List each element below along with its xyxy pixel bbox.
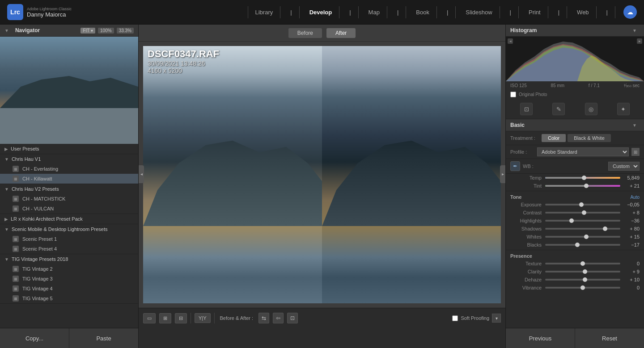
dehaze-track[interactable] — [545, 279, 620, 281]
vibrance-thumb[interactable] — [580, 285, 585, 290]
preset-item[interactable]: ▦TIG Vintage 5 — [0, 293, 138, 303]
frame-btn[interactable]: ⊡ — [287, 313, 298, 323]
whites-thumb[interactable] — [584, 235, 589, 239]
shadows-track[interactable] — [545, 228, 620, 230]
whites-track[interactable] — [545, 236, 620, 238]
highlights-track[interactable] — [545, 220, 620, 222]
nav-develop[interactable]: Develop — [302, 6, 340, 18]
exposure-track[interactable] — [545, 204, 620, 205]
temp-thumb[interactable] — [582, 176, 586, 180]
blacks-label: Blacks — [510, 242, 542, 247]
tone-auto-btn[interactable]: Auto — [630, 195, 640, 200]
preset-group-header[interactable]: ▼Chris Hau V1 — [0, 154, 138, 164]
size-33-btn[interactable]: 33.3% — [117, 28, 134, 34]
clarity-thumb[interactable] — [583, 269, 587, 274]
view-mode-grid-btn[interactable]: ⊞ — [159, 313, 171, 323]
preset-item[interactable]: ▦Scenic Preset 4 — [0, 244, 138, 254]
preset-item-icon: ▦ — [13, 205, 19, 212]
texture-track[interactable] — [545, 263, 620, 264]
preset-group-header[interactable]: ▶LR x Kohki Architect Preset Pack — [0, 214, 138, 224]
navigator-collapse-icon[interactable]: ▼ — [4, 28, 9, 33]
profile-select[interactable]: Adobe Standard — [537, 147, 629, 156]
histogram-collapse-icon[interactable]: ▼ — [632, 28, 637, 33]
nav-book[interactable]: Book — [409, 6, 437, 18]
contrast-thumb[interactable] — [582, 210, 586, 215]
nav-map[interactable]: Map — [361, 6, 387, 18]
nav-library[interactable]: Library — [248, 6, 281, 18]
texture-thumb[interactable] — [580, 261, 585, 266]
preset-item-icon: ▦ — [13, 166, 19, 172]
treatment-label: Treatment : — [510, 135, 542, 141]
spot-removal-btn[interactable]: ✎ — [552, 103, 565, 115]
preset-item[interactable]: ▦TIG Vintage 2 — [0, 264, 138, 274]
preset-item[interactable]: ▦CH - VULCAN — [0, 204, 138, 214]
preset-item[interactable]: ▦CH - Everlasting — [0, 164, 138, 174]
contrast-track[interactable] — [545, 212, 620, 214]
vibrance-track[interactable] — [545, 287, 620, 289]
preset-item[interactable]: ▦TIG Vintage 4 — [0, 284, 138, 293]
shadows-thumb[interactable] — [603, 226, 607, 231]
fit-btn[interactable]: FIT ▾ — [80, 28, 95, 34]
preset-group-label: Chris Hau V1 — [12, 156, 41, 162]
bw-treatment-btn[interactable]: Black & White — [568, 134, 610, 142]
copy-settings-btn[interactable]: ⇦ — [273, 313, 284, 323]
temp-track[interactable] — [545, 177, 620, 179]
soft-proofing-checkbox[interactable] — [452, 315, 458, 321]
blacks-thumb[interactable] — [575, 243, 580, 247]
preset-item[interactable]: ▦CH - Killawatt — [0, 174, 138, 184]
basic-collapse-icon[interactable]: ▼ — [632, 123, 637, 128]
blacks-track[interactable] — [545, 244, 620, 246]
graduated-filter-btn[interactable]: ✦ — [617, 103, 630, 115]
preset-group-header[interactable]: ▶User Presets — [0, 144, 138, 154]
shutter-speed: ¹⁄₃₅₀ sec — [624, 83, 640, 88]
highlights-thumb[interactable] — [569, 218, 574, 223]
swap-btn[interactable]: ⇆ — [258, 313, 269, 323]
right-panel-handle[interactable]: ▸ — [500, 165, 505, 183]
previous-btn[interactable]: Previous — [506, 328, 575, 348]
copy-btn[interactable]: Copy... — [0, 328, 69, 348]
preset-group-header[interactable]: ▼TIG Vintage Presets 2018 — [0, 254, 138, 264]
whites-value: + 15 — [624, 234, 640, 239]
nav-slideshow[interactable]: Slideshow — [458, 6, 500, 18]
view-mode-side-btn[interactable]: ⊟ — [175, 313, 187, 323]
reset-btn[interactable]: Reset — [575, 328, 644, 348]
soft-proofing-dropdown[interactable]: ▾ — [492, 314, 501, 323]
view-mode-single-btn[interactable]: ▭ — [143, 313, 156, 323]
profile-grid-btn[interactable]: ⊞ — [631, 148, 640, 156]
top-bar: Lrc Adobe Lightroom Classic Danny Maiorc… — [0, 0, 644, 25]
after-btn[interactable]: After — [326, 28, 356, 38]
app-name: Adobe Lightroom Classic Danny Maiorca — [27, 7, 72, 18]
before-btn[interactable]: Before — [288, 28, 322, 38]
preset-item[interactable]: ▦TIG Vintage 3 — [0, 274, 138, 284]
tint-track[interactable] — [545, 185, 620, 187]
orientation-btn[interactable]: Y|Y — [195, 313, 211, 323]
preset-group-triangle: ▶ — [4, 217, 8, 222]
crop-tool-btn[interactable]: ⊡ — [520, 103, 533, 115]
preset-group-header[interactable]: ▼Chris Hau V2 Presets — [0, 184, 138, 194]
dehaze-thumb[interactable] — [583, 277, 587, 282]
hist-highlight-clipping[interactable]: ▸ — [637, 38, 642, 44]
nav-web[interactable]: Web — [570, 6, 597, 18]
left-panel-handle[interactable]: ◂ — [139, 165, 144, 183]
color-treatment-btn[interactable]: Color — [542, 134, 566, 142]
size-100-btn[interactable]: 100% — [98, 28, 114, 34]
nav-print[interactable]: Print — [521, 6, 548, 18]
cloud-sync-icon[interactable]: ☁ — [623, 5, 637, 19]
tint-thumb[interactable] — [584, 184, 589, 188]
preset-item[interactable]: ▦Scenic Preset 1 — [0, 234, 138, 244]
presence-subheader: Presence — [506, 251, 644, 260]
red-eye-btn[interactable]: ◎ — [585, 103, 597, 115]
preset-group-label: User Presets — [11, 146, 39, 151]
clarity-track[interactable] — [545, 271, 620, 273]
preset-group-label: LR x Kohki Architect Preset Pack — [11, 216, 83, 222]
wb-eyedropper-btn[interactable]: ✒ — [510, 161, 520, 171]
wb-select[interactable]: Custom — [608, 162, 640, 171]
preset-group-header[interactable]: ▼Scenic Mobile & Desktop Lightroom Prese… — [0, 224, 138, 234]
hist-shadow-clipping[interactable]: ◂ — [508, 38, 513, 44]
preset-item-icon: ▦ — [13, 276, 19, 282]
exposure-thumb[interactable] — [579, 202, 584, 207]
paste-btn[interactable]: Paste — [69, 328, 138, 348]
treatment-row: Treatment : Color Black & White — [506, 131, 644, 145]
preset-item[interactable]: ▦CH - MATCHSTICK — [0, 194, 138, 204]
original-photo-checkbox[interactable] — [510, 92, 516, 97]
